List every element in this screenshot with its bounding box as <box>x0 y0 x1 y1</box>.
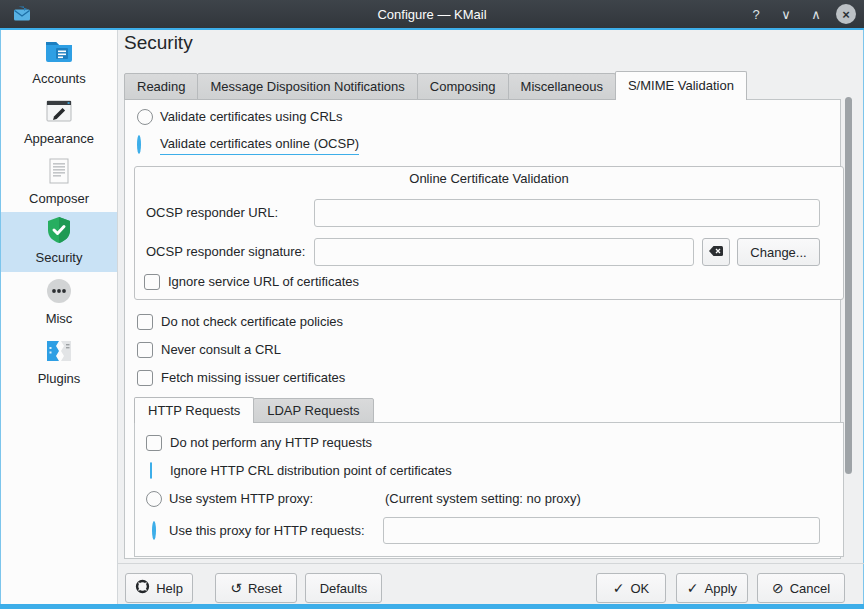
maximize-icon[interactable]: ∧ <box>806 4 826 24</box>
settings-tabbar: Reading Message Disposition Notification… <box>124 71 746 100</box>
cancel-button[interactable]: ⊘ Cancel <box>757 573 845 603</box>
clear-signature-button[interactable] <box>702 238 730 266</box>
backspace-clear-icon <box>708 243 724 262</box>
change-button-label: Change... <box>750 245 806 260</box>
titlebar-controls: ? ∨ ∧ × <box>746 0 856 28</box>
tab-miscellaneous[interactable]: Miscellaneous <box>508 73 616 100</box>
change-signature-button[interactable]: Change... <box>737 238 820 266</box>
apply-button-label: Apply <box>705 581 738 596</box>
ok-button[interactable]: ✓ OK <box>596 573 666 603</box>
never-crl-label[interactable]: Never consult a CRL <box>161 342 281 358</box>
sidebar-item-plugins[interactable]: Plugins <box>1 333 117 391</box>
sidebar-item-label: Composer <box>29 191 89 206</box>
ignore-service-url-label[interactable]: Ignore service URL of certificates <box>168 274 359 290</box>
ocsp-url-input[interactable] <box>314 199 820 227</box>
check-policies-label[interactable]: Do not check certificate policies <box>161 314 343 330</box>
ok-button-label: OK <box>630 581 649 596</box>
ocsp-url-label: OCSP responder URL: <box>146 205 278 221</box>
system-proxy-note: (Current system setting: no proxy) <box>385 491 581 507</box>
cancel-button-label: Cancel <box>790 581 830 596</box>
reset-button-label: Reset <box>248 581 282 596</box>
close-icon[interactable]: × <box>836 4 856 24</box>
appearance-icon <box>43 95 75 127</box>
custom-proxy-input[interactable] <box>383 517 820 544</box>
titlebar[interactable]: Configure — KMail ? ∨ ∧ × <box>0 0 864 28</box>
never-crl-checkbox[interactable] <box>137 342 153 358</box>
validate-crls-label[interactable]: Validate certificates using CRLs <box>160 109 343 125</box>
help-button[interactable]: Help <box>125 573 193 603</box>
ocsp-signature-input[interactable] <box>314 238 694 266</box>
ignore-http-crl-dp-checkbox[interactable] <box>150 462 152 479</box>
apply-button[interactable]: ✓ Apply <box>676 573 748 603</box>
tab-smime-validation[interactable]: S/MIME Validation <box>615 71 747 100</box>
sidebar-item-label: Plugins <box>38 371 81 386</box>
misc-ellipsis-icon <box>43 275 75 307</box>
vertical-scrollbar-thumb[interactable] <box>845 97 852 474</box>
reset-button[interactable]: ↺ Reset <box>215 573 297 603</box>
system-proxy-label[interactable]: Use system HTTP proxy: <box>169 491 313 507</box>
validate-ocsp-radio[interactable] <box>137 135 141 154</box>
minimize-icon[interactable]: ∨ <box>776 4 796 24</box>
tab-http-requests[interactable]: HTTP Requests <box>134 397 254 423</box>
requests-tabbar: HTTP Requests LDAP Requests <box>134 397 373 423</box>
cancel-circle-slash-icon: ⊘ <box>772 581 784 595</box>
ignore-service-url-checkbox[interactable] <box>144 274 160 290</box>
configure-dialog: Configure — KMail ? ∨ ∧ × Accounts Appea… <box>0 0 864 609</box>
custom-proxy-label[interactable]: Use this proxy for HTTP requests: <box>169 523 365 539</box>
defaults-button-label: Defaults <box>320 581 368 596</box>
page-title: Security <box>124 32 193 54</box>
window-accent-border-top <box>0 28 864 30</box>
ocsp-signature-label: OCSP responder signature: <box>146 244 305 260</box>
undo-icon: ↺ <box>230 581 242 595</box>
ignore-http-crl-dp-label[interactable]: Ignore HTTP CRL distribution point of ce… <box>170 463 452 479</box>
help-button-label: Help <box>156 581 183 596</box>
security-shield-icon <box>43 214 75 246</box>
window-accent-border-bottom <box>0 604 864 609</box>
fetch-issuer-label[interactable]: Fetch missing issuer certificates <box>161 370 345 386</box>
tab-ldap-requests[interactable]: LDAP Requests <box>253 398 373 423</box>
accounts-folder-icon <box>43 35 75 67</box>
group-title: Online Certificate Validation <box>134 171 844 187</box>
tab-mdn[interactable]: Message Disposition Notifications <box>197 73 417 100</box>
tab-reading[interactable]: Reading <box>124 73 198 100</box>
footer-separator <box>118 563 864 564</box>
validate-crls-radio[interactable] <box>137 109 153 125</box>
sidebar-item-composer[interactable]: Composer <box>1 153 117 211</box>
validate-ocsp-label[interactable]: Validate certificates online (OCSP) <box>160 136 359 155</box>
sidebar-item-label: Security <box>36 250 83 265</box>
fetch-issuer-checkbox[interactable] <box>137 370 153 386</box>
composer-document-icon <box>43 155 75 187</box>
check-policies-checkbox[interactable] <box>137 314 153 330</box>
sidebar-item-appearance[interactable]: Appearance <box>1 93 117 151</box>
custom-proxy-radio[interactable] <box>152 521 156 540</box>
help-lifebuoy-icon <box>135 579 150 597</box>
category-sidebar: Accounts Appearance Composer Security Mi… <box>1 30 118 604</box>
checkmark-icon: ✓ <box>613 581 625 595</box>
checkmark-icon: ✓ <box>687 581 699 595</box>
sidebar-item-label: Misc <box>46 311 73 326</box>
plugins-icon <box>43 335 75 367</box>
no-http-requests-checkbox[interactable] <box>146 435 162 451</box>
window-title: Configure — KMail <box>0 7 864 22</box>
sidebar-item-label: Accounts <box>32 71 85 86</box>
sidebar-item-accounts[interactable]: Accounts <box>1 33 117 91</box>
sidebar-item-security[interactable]: Security <box>1 212 117 272</box>
tab-composing[interactable]: Composing <box>417 73 509 100</box>
sidebar-item-label: Appearance <box>24 131 94 146</box>
titlebar-help-icon[interactable]: ? <box>746 4 766 24</box>
defaults-button[interactable]: Defaults <box>305 573 382 603</box>
system-proxy-radio[interactable] <box>146 491 162 507</box>
no-http-requests-label[interactable]: Do not perform any HTTP requests <box>170 435 372 451</box>
sidebar-item-misc[interactable]: Misc <box>1 273 117 331</box>
